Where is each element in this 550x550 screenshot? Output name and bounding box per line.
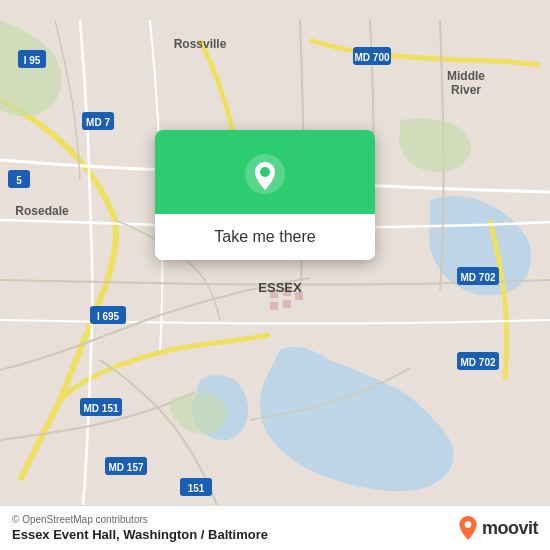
bottom-bar: © OpenStreetMap contributors Essex Event… [0,505,550,550]
svg-text:151: 151 [188,483,205,494]
svg-text:I 95: I 95 [24,55,41,66]
svg-text:MD 700: MD 700 [354,52,389,63]
svg-text:I 695: I 695 [97,311,120,322]
svg-text:ESSEX: ESSEX [258,280,302,295]
svg-text:MD 157: MD 157 [108,462,143,473]
svg-text:River: River [451,83,481,97]
moovit-brand-text: moovit [482,518,538,539]
map-background: I 95 MD 700 MD 7 5 I 695 MD 702 MD 151 M… [0,0,550,550]
location-title: Essex Event Hall, Washington / Baltimore [12,527,268,542]
svg-text:5: 5 [16,175,22,186]
bottom-left-info: © OpenStreetMap contributors Essex Event… [12,514,268,542]
svg-text:MD 702: MD 702 [460,272,495,283]
svg-rect-5 [283,300,291,308]
location-pin-icon [243,152,287,196]
moovit-logo: moovit [458,516,538,540]
svg-text:Rosedale: Rosedale [15,204,69,218]
svg-text:MD 7: MD 7 [86,117,110,128]
svg-text:MD 151: MD 151 [83,403,118,414]
popup-header [155,130,375,214]
osm-attribution: © OpenStreetMap contributors [12,514,268,525]
map-container: I 95 MD 700 MD 7 5 I 695 MD 702 MD 151 M… [0,0,550,550]
popup-card: Take me there [155,130,375,260]
moovit-pin-icon [458,516,478,540]
svg-point-32 [260,167,270,177]
svg-rect-4 [270,302,278,310]
svg-point-33 [465,521,472,528]
svg-text:Middle: Middle [447,69,485,83]
take-me-there-button[interactable]: Take me there [155,214,375,260]
svg-text:MD 702: MD 702 [460,357,495,368]
svg-text:Rossville: Rossville [174,37,227,51]
